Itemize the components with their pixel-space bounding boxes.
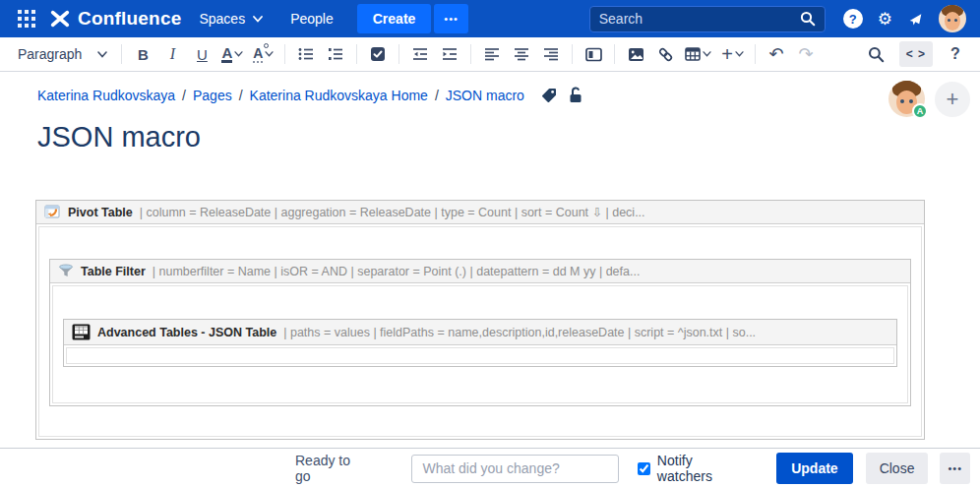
align-right-icon [543, 47, 559, 61]
confluence-mark-icon [49, 8, 71, 30]
top-navigation-bar: Confluence Spaces People Create ••• ? ⚙ [0, 0, 980, 37]
help-button[interactable]: ? [843, 9, 863, 29]
macro-pivot-table-header[interactable]: Pivot Table | column = ReleaseDate | agg… [36, 201, 924, 224]
image-icon [628, 47, 644, 62]
avatar-image [939, 5, 966, 32]
labels-tag-icon[interactable] [541, 88, 557, 103]
logo-text: Confluence [78, 8, 181, 30]
breadcrumb-space[interactable]: Katerina Rudkovskaya [37, 88, 175, 103]
insert-table-dropdown[interactable] [682, 41, 714, 67]
update-button[interactable]: Update [776, 453, 852, 484]
json-table-icon [72, 324, 91, 340]
version-comment-input[interactable] [411, 455, 618, 483]
breadcrumb-separator: / [182, 88, 186, 103]
nav-spaces-label: Spaces [199, 11, 245, 27]
insert-files-button[interactable] [623, 41, 648, 67]
breadcrumb-separator: / [239, 88, 243, 103]
macro-params: | numberfilter = Name | isOR = AND | sep… [153, 265, 641, 278]
paragraph-style-dropdown[interactable]: Paragraph [12, 41, 113, 67]
close-button[interactable]: Close [866, 453, 929, 484]
search-icon [800, 11, 816, 27]
macro-json-table-body[interactable] [66, 347, 894, 364]
macro-name: Pivot Table [68, 206, 133, 219]
confluence-logo[interactable]: Confluence [49, 8, 181, 30]
chevron-down-icon [265, 51, 274, 57]
align-left-icon [484, 47, 500, 61]
help-icon: ? [843, 9, 863, 29]
undo-button[interactable]: ↶ [764, 41, 789, 67]
invite-editor-button[interactable]: + [935, 82, 970, 117]
breadcrumb-pages[interactable]: Pages [193, 88, 232, 103]
footer-more-button[interactable]: ••• [940, 453, 970, 484]
plus-icon: + [721, 44, 733, 64]
notify-watchers-control[interactable]: Notify watchers [638, 453, 739, 484]
align-center-button[interactable] [509, 41, 534, 67]
megaphone-icon [907, 11, 924, 28]
unlocked-icon[interactable] [569, 87, 582, 103]
italic-button[interactable]: I [159, 41, 185, 67]
macro-name: Advanced Tables - JSON Table [97, 326, 276, 339]
editor-content-area: Katerina Rudkovskaya / Pages / Katerina … [0, 72, 980, 448]
align-left-button[interactable] [479, 41, 505, 67]
editor-help-button[interactable]: ? [943, 41, 968, 67]
nav-spaces[interactable]: Spaces [189, 5, 273, 32]
find-replace-button[interactable] [864, 41, 889, 67]
breadcrumb-current-page[interactable]: JSON macro [446, 88, 524, 103]
macro-json-table[interactable]: Advanced Tables - JSON Table | paths = v… [63, 319, 897, 367]
macro-params: | paths = values | fieldPaths = name,des… [283, 326, 756, 339]
grid-icon [18, 10, 35, 28]
text-styles-icon: A [253, 45, 263, 63]
outdent-icon [412, 47, 428, 61]
macro-pivot-table[interactable]: Pivot Table | column = ReleaseDate | agg… [35, 200, 925, 440]
editor-footer-bar: Ready to go Notify watchers Update Close… [0, 448, 980, 488]
global-search-field[interactable] [589, 6, 826, 32]
text-color-dropdown[interactable]: A [218, 41, 246, 67]
breadcrumb-separator: / [435, 88, 439, 103]
chevron-down-icon [234, 51, 243, 57]
macro-table-filter-body[interactable]: Advanced Tables - JSON Table | paths = v… [52, 285, 908, 403]
numbered-list-button[interactable] [323, 41, 348, 67]
redo-button[interactable]: ↷ [793, 41, 819, 67]
insert-link-button[interactable] [652, 41, 678, 67]
page-layout-button[interactable] [581, 41, 606, 67]
table-icon [685, 47, 701, 61]
bullet-list-icon [298, 47, 314, 61]
underline-button[interactable]: U [189, 41, 214, 67]
topbar-more-button[interactable]: ••• [434, 4, 468, 33]
search-input[interactable] [599, 11, 800, 27]
bold-button[interactable]: B [130, 41, 155, 67]
paragraph-style-label: Paragraph [18, 46, 82, 62]
macro-pivot-table-body[interactable]: Table Filter | numberfilter = Name | isO… [38, 226, 922, 437]
macro-table-filter-header[interactable]: Table Filter | numberfilter = Name | isO… [50, 260, 910, 283]
editor-avatar[interactable]: A [888, 81, 925, 117]
breadcrumb-home[interactable]: Katerina Rudkovskaya Home [250, 88, 428, 103]
align-right-button[interactable] [538, 41, 564, 67]
macro-name: Table Filter [81, 265, 146, 278]
text-styles-dropdown[interactable]: A [250, 41, 276, 67]
table-filter-icon [58, 264, 74, 278]
nav-people[interactable]: People [280, 5, 343, 32]
settings-button[interactable]: ⚙ [878, 11, 892, 28]
page-title[interactable]: JSON macro [37, 121, 201, 153]
user-avatar[interactable] [939, 5, 966, 32]
create-button[interactable]: Create [357, 4, 432, 33]
page-collaborators: A + [888, 81, 970, 117]
source-editor-button[interactable]: < > [899, 41, 933, 67]
presence-badge: A [912, 103, 928, 119]
insert-more-dropdown[interactable]: + [718, 41, 747, 67]
macro-json-table-header[interactable]: Advanced Tables - JSON Table | paths = v… [64, 320, 896, 345]
outdent-button[interactable] [407, 41, 433, 67]
link-icon [657, 46, 674, 63]
task-list-button[interactable] [365, 41, 391, 67]
chevron-down-icon [253, 16, 263, 23]
announcements-button[interactable] [907, 11, 924, 28]
indent-icon [442, 47, 458, 61]
bullet-list-button[interactable] [293, 41, 319, 67]
task-checkbox-icon [370, 46, 386, 62]
macro-table-filter[interactable]: Table Filter | numberfilter = Name | isO… [49, 259, 911, 406]
chevron-down-icon [97, 51, 107, 58]
indent-button[interactable] [437, 41, 462, 67]
pivot-table-icon [44, 205, 61, 219]
notify-watchers-checkbox[interactable] [638, 462, 650, 475]
app-switcher-icon[interactable] [12, 4, 41, 33]
